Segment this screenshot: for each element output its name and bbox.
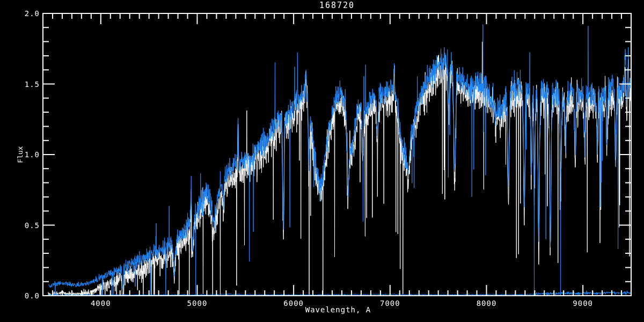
x-tick-label: 4000	[77, 299, 125, 308]
y-tick-label: 0.0	[0, 291, 40, 300]
y-tick-label: 2.0	[0, 9, 40, 18]
y-tick-label: 0.5	[0, 221, 40, 230]
y-tick-label: 1.5	[0, 80, 40, 89]
chart-title: 168720	[43, 1, 631, 10]
x-tick-label: 6000	[269, 299, 318, 308]
x-tick-label: 5000	[173, 299, 221, 308]
spectrum-figure: 168720 Flux Wavelength, A 2.01.51.00.50.…	[0, 0, 644, 322]
x-tick-label: 7000	[366, 299, 414, 308]
spectrum-plot-canvas	[0, 0, 644, 322]
x-tick-label: 8000	[462, 299, 510, 308]
x-tick-label: 9000	[559, 299, 607, 308]
y-tick-label: 1.0	[0, 150, 40, 159]
